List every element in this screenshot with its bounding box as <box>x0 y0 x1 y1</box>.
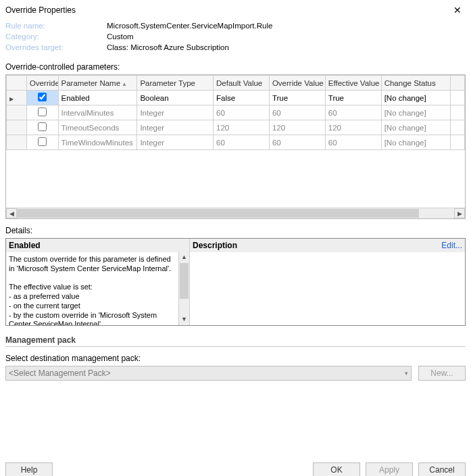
scroll-down-icon[interactable]: ▼ <box>179 314 189 325</box>
management-pack-select-value: <Select Management Pack> <box>9 368 111 378</box>
scroll-left-icon[interactable]: ◀ <box>6 208 17 218</box>
overrides-target-value: Class: Microsoft Azure Subscription <box>107 43 229 51</box>
table-row[interactable]: TimeoutSecondsInteger120120120[No change… <box>7 120 465 135</box>
cell-change-status: [No change] <box>381 105 450 120</box>
scroll-up-icon[interactable]: ▲ <box>179 252 189 263</box>
cell-effective-value: True <box>325 91 381 105</box>
cancel-button[interactable]: Cancel <box>418 462 466 476</box>
details-right-header: Description <box>193 241 237 250</box>
details-label: Details: <box>0 219 471 238</box>
sort-asc-icon: ▲ <box>122 81 127 87</box>
col-default-value[interactable]: Default Value <box>214 76 270 91</box>
grid-corner <box>7 76 27 91</box>
overrides-target-label: Overrides target: <box>5 43 107 51</box>
cell-effective-value: 60 <box>325 135 381 150</box>
cell-end <box>450 135 464 150</box>
override-checkbox[interactable] <box>38 137 47 146</box>
cell-end <box>450 91 464 105</box>
cell-parameter-name: Enabled <box>58 91 137 105</box>
cell-effective-value: 120 <box>325 120 381 135</box>
col-override-value[interactable]: Override Value <box>269 76 325 91</box>
row-header <box>7 135 27 150</box>
rule-name-value: Microsoft.SystemCenter.ServiceMapImport.… <box>107 22 272 30</box>
cell-override-value[interactable]: True <box>269 91 325 105</box>
cell-parameter-name: IntervalMinutes <box>58 105 137 120</box>
col-override[interactable]: Override <box>26 76 58 91</box>
apply-button[interactable]: Apply <box>366 462 413 476</box>
window-title: Override Properties <box>5 5 76 15</box>
override-checkbox-cell[interactable] <box>26 105 58 120</box>
details-box: Enabled The custom override for this par… <box>5 238 466 326</box>
cell-parameter-name: TimeWindowMinutes <box>58 135 137 150</box>
table-row[interactable]: EnabledBooleanFalseTrueTrue[No change] <box>7 91 465 105</box>
cell-default-value: 120 <box>214 120 270 135</box>
col-effective-value[interactable]: Effective Value <box>325 76 381 91</box>
category-value: Custom <box>107 32 134 41</box>
override-checkbox[interactable] <box>38 93 47 101</box>
details-v-scrollbar[interactable]: ▲ ▼ <box>178 252 189 325</box>
parameters-grid: Override Parameter Name▲ Parameter Type … <box>5 74 466 219</box>
new-button[interactable]: New... <box>418 366 466 381</box>
cell-parameter-type: Integer <box>137 120 214 135</box>
edit-link[interactable]: Edit... <box>441 241 462 250</box>
col-change-status[interactable]: Change Status <box>381 76 450 91</box>
cell-parameter-type: Boolean <box>137 91 214 105</box>
category-label: Category: <box>5 32 107 41</box>
cell-parameter-type: Integer <box>137 105 214 120</box>
col-parameter-type[interactable]: Parameter Type <box>137 76 214 91</box>
cell-change-status: [No change] <box>381 91 450 105</box>
override-checkbox[interactable] <box>38 108 47 116</box>
chevron-down-icon: ▾ <box>405 370 408 377</box>
row-header <box>7 120 27 135</box>
cell-override-value[interactable]: 60 <box>269 105 325 120</box>
close-icon: ✕ <box>453 5 462 16</box>
titlebar: Override Properties ✕ <box>0 0 471 19</box>
col-parameter-name[interactable]: Parameter Name▲ <box>58 76 137 91</box>
details-left-body: The custom override for this parameter i… <box>6 252 189 325</box>
table-row[interactable]: TimeWindowMinutesInteger606060[No change… <box>7 135 465 150</box>
cell-override-value[interactable]: 120 <box>269 120 325 135</box>
cell-effective-value: 60 <box>325 105 381 120</box>
override-checkbox-cell[interactable] <box>26 91 58 105</box>
override-checkbox[interactable] <box>38 122 47 131</box>
cell-override-value[interactable]: 60 <box>269 135 325 150</box>
row-header <box>7 91 27 105</box>
management-pack-title: Management pack <box>5 335 466 347</box>
grid-caption: Override-controlled parameters: <box>0 58 471 74</box>
cell-default-value: 60 <box>214 135 270 150</box>
override-checkbox-cell[interactable] <box>26 120 58 135</box>
cell-default-value: 60 <box>214 105 270 120</box>
cell-change-status: [No change] <box>381 135 450 150</box>
cell-default-value: False <box>214 91 270 105</box>
management-pack-select[interactable]: <Select Management Pack> ▾ <box>5 366 412 381</box>
properties-section: Rule name: Microsoft.SystemCenter.Servic… <box>0 19 471 58</box>
management-pack-label: Select destination management pack: <box>5 354 466 363</box>
help-button[interactable]: Help <box>5 462 53 476</box>
row-header <box>7 105 27 120</box>
cell-end <box>450 105 464 120</box>
cell-parameter-name: TimeoutSeconds <box>58 120 137 135</box>
ok-button[interactable]: OK <box>313 462 360 476</box>
col-parameter-name-label: Parameter Name <box>61 79 121 87</box>
override-checkbox-cell[interactable] <box>26 135 58 150</box>
rule-name-label: Rule name: <box>5 22 107 30</box>
cell-change-status: [No change] <box>381 120 450 135</box>
footer-buttons: Help OK Apply Cancel <box>5 462 466 476</box>
col-end <box>450 76 464 91</box>
table-row[interactable]: IntervalMinutesInteger606060[No change] <box>7 105 465 120</box>
cell-end <box>450 120 464 135</box>
cell-parameter-type: Integer <box>137 135 214 150</box>
grid-h-scrollbar[interactable]: ◀ ▶ <box>6 208 465 218</box>
details-left-header: Enabled <box>6 239 189 252</box>
close-button[interactable]: ✕ <box>449 4 466 16</box>
scroll-right-icon[interactable]: ▶ <box>454 208 465 218</box>
